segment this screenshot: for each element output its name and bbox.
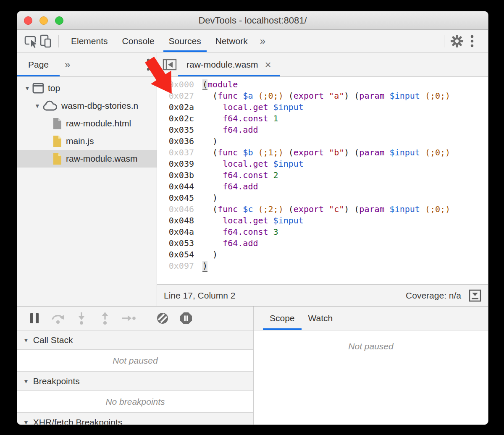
code-line[interactable]: (func $a (;0;) (export "a") (param $inpu…	[202, 90, 488, 102]
code-line[interactable]: f64.add	[202, 181, 488, 192]
zoom-window-button[interactable]	[55, 16, 63, 25]
gutter-line-address[interactable]: 0x046	[157, 204, 194, 215]
tab-sources[interactable]: Sources	[162, 30, 208, 52]
gutter-line-address[interactable]: 0x045	[157, 192, 194, 204]
gutter-line-address[interactable]: 0x054	[157, 249, 194, 260]
step-button[interactable]	[121, 311, 136, 325]
gutter-line-address[interactable]: 0x02a	[157, 102, 194, 113]
minimize-window-button[interactable]	[39, 16, 48, 25]
step-into-button[interactable]	[74, 311, 89, 325]
disclosure-triangle-icon: ▼	[23, 419, 29, 425]
gutter-line-address[interactable]: 0x04a	[157, 226, 194, 238]
code-line[interactable]: )	[202, 192, 488, 204]
gutter-line-address[interactable]: 0x000	[157, 79, 194, 90]
gutter-line-address[interactable]: 0x027	[157, 90, 194, 102]
code-token	[268, 215, 273, 225]
tab-page[interactable]: Page	[17, 52, 60, 76]
code-line[interactable]: local.get $input	[202, 102, 488, 113]
deactivate-breakpoints-button[interactable]	[155, 311, 170, 325]
inspect-element-button[interactable]	[23, 34, 38, 49]
navigator-menu-button[interactable]	[140, 52, 157, 76]
gutter-line-address[interactable]: 0x039	[157, 158, 194, 170]
code-token: (	[202, 204, 218, 214]
code-line[interactable]: f64.const 1	[202, 113, 488, 124]
file-tab-raw-module-wasm[interactable]: raw-module.wasm ×	[178, 52, 280, 76]
close-tab-icon[interactable]: ×	[265, 59, 271, 70]
gutter-line-address[interactable]: 0x053	[157, 238, 194, 249]
code-token: param	[359, 147, 384, 157]
step-out-button[interactable]	[98, 311, 112, 325]
tab-console[interactable]: Console	[115, 30, 162, 52]
source-text: (module (func $a (;0;) (export "a") (par…	[198, 79, 488, 284]
code-line[interactable]: (func $c (;2;) (export "c") (param $inpu…	[202, 204, 488, 215]
tree-item-raw-module-html[interactable]: raw-module.html	[17, 115, 157, 132]
main-menu-button[interactable]	[465, 34, 480, 49]
tree-item-label: raw-module.wasm	[66, 154, 137, 164]
tab-network[interactable]: Network	[208, 30, 255, 52]
code-line[interactable]: local.get $input	[202, 215, 488, 226]
more-panels-button[interactable]: »	[255, 30, 270, 52]
gutter-line-address[interactable]: 0x035	[157, 124, 194, 136]
gutter-line-address[interactable]: 0x037	[157, 147, 194, 158]
gutter-line-address[interactable]: 0x036	[157, 136, 194, 147]
code-token: )	[202, 136, 218, 146]
code-token: $input	[273, 215, 304, 225]
settings-button[interactable]	[449, 34, 465, 49]
code-token: f64.const	[223, 113, 268, 123]
gutter-line-address[interactable]: 0x097	[157, 260, 194, 272]
code-line[interactable]: (func $b (;1;) (export "b") (param $inpu…	[202, 147, 488, 158]
code-token	[253, 204, 258, 214]
step-over-icon	[51, 312, 65, 324]
code-token	[238, 147, 243, 157]
code-line[interactable]: f64.add	[202, 238, 488, 249]
navigator-header: Page »	[17, 52, 157, 77]
code-token: $input	[273, 159, 304, 169]
code-token: "b"	[329, 147, 344, 157]
code-line[interactable]: local.get $input	[202, 158, 488, 170]
code-line[interactable]: )	[202, 260, 488, 272]
tab-scope[interactable]: Scope	[263, 307, 302, 330]
tree-item-main-js[interactable]: main.js	[17, 132, 157, 150]
pause-button[interactable]	[27, 311, 42, 325]
tree-item-top[interactable]: ▼top	[17, 79, 157, 97]
cloud-icon	[42, 100, 58, 111]
code-line[interactable]: )	[202, 136, 488, 147]
more-navigator-tabs-button[interactable]: »	[60, 52, 75, 76]
close-window-button[interactable]	[24, 16, 32, 25]
section-title: XHR/fetch Breakpoints	[33, 417, 122, 425]
section-header-call-stack[interactable]: ▼Call Stack	[17, 330, 253, 350]
gutter-line-address[interactable]: 0x02c	[157, 113, 194, 124]
section-header-xhr-fetch-breakpoints[interactable]: ▼XHR/fetch Breakpoints	[17, 413, 253, 425]
code-token	[324, 91, 329, 101]
tab-elements[interactable]: Elements	[64, 30, 115, 52]
disclosure-triangle-icon: ▼	[23, 378, 29, 385]
code-token	[202, 170, 223, 180]
pause-on-exceptions-button[interactable]	[179, 311, 193, 325]
tree-item-raw-module-wasm[interactable]: raw-module.wasm	[17, 150, 157, 168]
pause-icon	[29, 312, 40, 324]
gutter-line-address[interactable]: 0x044	[157, 181, 194, 192]
section-header-breakpoints[interactable]: ▼Breakpoints	[17, 372, 253, 391]
gutter-line-address[interactable]: 0x03b	[157, 170, 194, 181]
disclosure-triangle-icon[interactable]: ▼	[32, 102, 42, 109]
code-line[interactable]: )	[202, 249, 488, 260]
code-token: (	[284, 91, 294, 101]
code-line[interactable]: (module	[202, 79, 488, 90]
scope-tabstrip: ScopeWatch	[254, 307, 488, 330]
code-line[interactable]: f64.const 3	[202, 226, 488, 238]
tree-item-wasm-dbg-stories-n[interactable]: ▼wasm-dbg-stories.n	[17, 97, 157, 115]
coverage-drawer-icon[interactable]	[469, 289, 481, 302]
cursor-position: Line 17, Column 2	[164, 291, 235, 301]
code-line[interactable]: f64.const 2	[202, 170, 488, 181]
gutter-line-address[interactable]: 0x048	[157, 215, 194, 226]
code-token	[324, 204, 329, 214]
step-over-button[interactable]	[51, 311, 65, 325]
code-token: (	[202, 147, 218, 157]
toggle-navigator-button[interactable]	[161, 57, 178, 72]
code-line[interactable]: f64.add	[202, 124, 488, 136]
code-token: (	[202, 91, 218, 101]
toolbar-separator	[444, 35, 444, 47]
tab-watch[interactable]: Watch	[302, 307, 340, 330]
disclosure-triangle-icon[interactable]: ▼	[22, 85, 32, 92]
device-toolbar-button[interactable]	[38, 34, 53, 49]
